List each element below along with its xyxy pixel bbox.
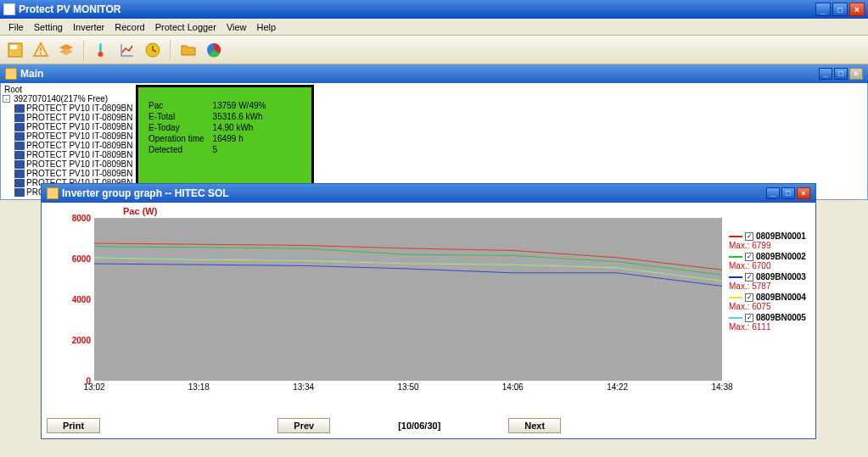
close-button[interactable]: × [849,3,865,16]
toolbar-folder-icon[interactable] [178,40,199,60]
legend-item[interactable]: ✓0809BN0002Max.: 6700 [729,252,810,270]
main-maximize-button[interactable]: □ [834,68,848,80]
minimize-button[interactable]: _ [815,3,831,16]
device-icon [14,132,25,141]
svg-rect-4 [99,43,102,53]
legend-series-max: Max.: 6075 [729,302,810,311]
toolbar-save-icon[interactable] [5,40,25,60]
toolbar-thermometer-icon[interactable] [92,40,112,60]
legend-item[interactable]: ✓0809BN0001Max.: 6799 [729,231,810,250]
legend-checkbox[interactable]: ✓ [745,253,753,261]
legend-series-name: 0809BN0002 [756,252,806,261]
menu-protect-logger[interactable]: Protect Logger [150,20,221,34]
status-row: E-Today14.90 kWh [145,123,269,132]
tree-group[interactable]: - 3927070140(217% Free) [3,94,131,103]
legend-checkbox[interactable]: ✓ [745,232,753,241]
legend-swatch [729,297,742,298]
menu-inverter[interactable]: Inverter [68,20,109,34]
chart-y-axis: 02000400060008000 [55,218,92,381]
maximize-button[interactable]: □ [832,3,848,16]
legend-series-max: Max.: 5787 [729,281,810,291]
tree-item[interactable]: PROTECT PV10 IT-0809BN0016 [3,169,131,178]
legend-checkbox[interactable]: ✓ [745,273,753,281]
tree-item[interactable]: PROTECT PV10 IT-0809BN0013 [3,159,131,169]
legend-series-name: 0809BN0004 [756,293,806,302]
svg-rect-2 [40,47,42,52]
tree-item[interactable]: PROTECT PV10 IT-0809BN0004 [3,131,131,141]
tree-item-label: PROTECT PV10 IT-0809BN0003 [26,122,132,131]
chart-series-line [94,257,722,281]
x-tick-label: 13:34 [293,382,314,392]
graph-maximize-button[interactable]: □ [781,187,795,199]
device-icon [14,114,25,122]
prev-button[interactable]: Prev [277,418,330,433]
print-button[interactable]: Print [47,418,100,433]
legend-checkbox[interactable]: ✓ [745,293,753,302]
legend-item[interactable]: ✓0809BN0005Max.: 6111 [729,313,810,332]
tree-item[interactable]: PROTECT PV10 IT-0809BN0001 [3,103,131,113]
toolbar-separator [170,40,171,60]
tree-item-label: PROTECT PV10 IT-0809BN0002 [26,113,132,122]
legend-checkbox[interactable]: ✓ [745,314,753,322]
toolbar-pie-icon[interactable] [204,40,224,60]
menu-bar: File Setting Inverter Record Protect Log… [0,19,868,36]
toolbar-warning-icon[interactable] [31,40,51,60]
legend-item[interactable]: ✓0809BN0004Max.: 6075 [729,293,810,311]
status-label: Operation time [145,134,208,143]
tree-root[interactable]: Root [3,85,131,94]
tree-item-label: PROTECT PV10 IT-0809BN0001 [26,103,132,113]
menu-file[interactable]: File [3,20,29,34]
toolbar-layers-icon[interactable] [56,40,76,60]
menu-setting[interactable]: Setting [29,20,68,34]
main-window-title: Main [20,68,43,80]
svg-rect-3 [40,53,42,54]
app-icon [3,3,15,15]
next-button[interactable]: Next [508,418,561,433]
x-tick-label: 14:38 [711,382,732,392]
legend-item[interactable]: ✓0809BN0003Max.: 5787 [729,272,810,291]
toolbar-clock-icon[interactable] [143,40,163,60]
window-controls: _ □ × [815,3,865,16]
status-value: 35316.6 kWh [210,112,270,121]
x-tick-label: 14:06 [502,382,524,392]
status-label: E-Total [145,112,208,121]
y-tick-label: 6000 [72,254,91,264]
device-icon [14,160,25,169]
legend-series-max: Max.: 6799 [729,241,810,250]
device-icon [14,104,25,113]
main-minimize-button[interactable]: _ [819,68,832,80]
main-close-button[interactable]: × [849,68,863,80]
chart-legend: ✓0809BN0001Max.: 6799✓0809BN0002Max.: 67… [729,206,810,415]
tree-item[interactable]: PROTECT PV10 IT-0809BN0002 [3,113,131,122]
main-window-titlebar[interactable]: Main _ □ × [0,64,868,83]
x-tick-label: 13:50 [397,382,418,392]
chart-series-line [94,258,722,281]
menu-record[interactable]: Record [109,20,149,34]
status-row: E-Total35316.6 kWh [145,112,269,121]
legend-series-max: Max.: 6111 [729,322,810,332]
chart-series-line [94,264,722,286]
tree-item[interactable]: PROTECT PV10 IT-0809BN0005 [3,141,131,150]
status-value: 14.90 kWh [210,123,270,132]
y-tick-label: 2000 [72,336,91,345]
tree-item-label: PROTECT PV10 IT-0809BN0016 [26,169,132,178]
main-window-icon [5,68,17,80]
toolbar-chart-icon[interactable] [117,40,137,60]
legend-series-name: 0809BN0003 [756,272,806,281]
device-tree[interactable]: Root - 3927070140(217% Free) PROTECT PV1… [1,83,132,199]
tree-item[interactable]: PROTECT PV10 IT-0809BN0003 [3,122,131,131]
tree-item-label: PROTECT PV10 IT-0809BN0006 [26,150,132,159]
menu-view[interactable]: View [221,20,252,34]
status-value: 16499 h [210,134,270,143]
legend-swatch [729,317,742,319]
legend-swatch [729,276,742,278]
status-row: Operation time16499 h [145,134,269,143]
status-panel: Pac13759 W/49%E-Total35316.6 kWhE-Today1… [136,85,314,187]
menu-help[interactable]: Help [252,20,282,34]
legend-series-max: Max.: 6700 [729,261,810,270]
graph-close-button[interactable]: × [797,187,810,199]
graph-minimize-button[interactable]: _ [766,187,780,199]
tree-item[interactable]: PROTECT PV10 IT-0809BN0006 [3,150,131,159]
expander-icon[interactable]: - [3,95,10,103]
graph-window-titlebar[interactable]: Inverter group graph -- HITEC SOL _ □ × [42,184,815,203]
